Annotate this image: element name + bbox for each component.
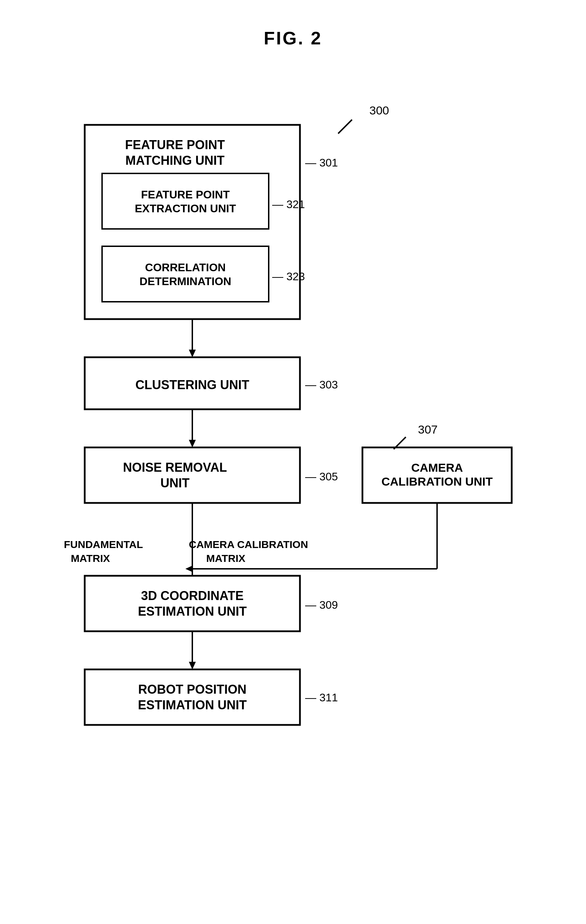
svg-marker-43 (189, 662, 196, 670)
svg-text:FEATURE POINT: FEATURE POINT (125, 138, 225, 152)
svg-text:ESTIMATION UNIT: ESTIMATION UNIT (138, 698, 247, 712)
svg-text:FUNDAMENTAL: FUNDAMENTAL (64, 539, 143, 550)
svg-text:CLUSTERING UNIT: CLUSTERING UNIT (136, 378, 249, 392)
svg-marker-36 (185, 565, 193, 572)
svg-marker-15 (189, 350, 196, 357)
diagram-container: 300 FEATURE POINT MATCHING UNIT — 301 FE… (50, 69, 536, 902)
svg-text:FEATURE POINT: FEATURE POINT (141, 188, 230, 201)
svg-text:ESTIMATION UNIT: ESTIMATION UNIT (138, 604, 247, 619)
svg-text:MATCHING UNIT: MATCHING UNIT (125, 153, 224, 168)
svg-text:— 301: — 301 (305, 157, 338, 169)
svg-text:300: 300 (369, 104, 389, 117)
svg-rect-16 (85, 357, 300, 409)
svg-rect-21 (85, 447, 300, 503)
svg-text:UNIT: UNIT (161, 476, 190, 490)
diagram-arrows: 300 FEATURE POINT MATCHING UNIT — 301 FE… (50, 69, 536, 902)
svg-rect-44 (85, 670, 300, 725)
svg-rect-6 (102, 173, 269, 229)
svg-rect-27 (363, 447, 512, 503)
svg-text:— 305: — 305 (305, 470, 338, 483)
svg-text:CAMERA: CAMERA (411, 461, 463, 474)
svg-text:— 321: — 321 (272, 198, 305, 211)
svg-text:MATRIX: MATRIX (206, 553, 245, 564)
svg-rect-10 (102, 246, 269, 302)
svg-text:— 303: — 303 (305, 378, 338, 391)
svg-text:CALIBRATION UNIT: CALIBRATION UNIT (382, 475, 493, 488)
svg-text:— 309: — 309 (305, 599, 338, 611)
svg-text:— 311: — 311 (305, 691, 338, 704)
svg-marker-20 (189, 440, 196, 447)
svg-text:ROBOT POSITION: ROBOT POSITION (138, 682, 247, 696)
svg-text:CORRELATION: CORRELATION (145, 261, 226, 274)
svg-rect-38 (85, 576, 300, 631)
svg-line-1 (338, 120, 352, 134)
svg-text:MATRIX: MATRIX (71, 553, 110, 564)
svg-text:3D COORDINATE: 3D COORDINATE (141, 589, 243, 603)
svg-text:NOISE REMOVAL: NOISE REMOVAL (123, 460, 227, 475)
page-title: FIG. 2 (0, 0, 586, 49)
svg-text:CAMERA CALIBRATION: CAMERA CALIBRATION (189, 539, 308, 550)
svg-line-26 (394, 437, 406, 449)
svg-rect-2 (85, 125, 300, 319)
svg-text:307: 307 (418, 423, 438, 436)
svg-text:— 323: — 323 (272, 270, 305, 283)
svg-text:EXTRACTION UNIT: EXTRACTION UNIT (135, 202, 236, 215)
svg-text:DETERMINATION: DETERMINATION (139, 275, 231, 287)
